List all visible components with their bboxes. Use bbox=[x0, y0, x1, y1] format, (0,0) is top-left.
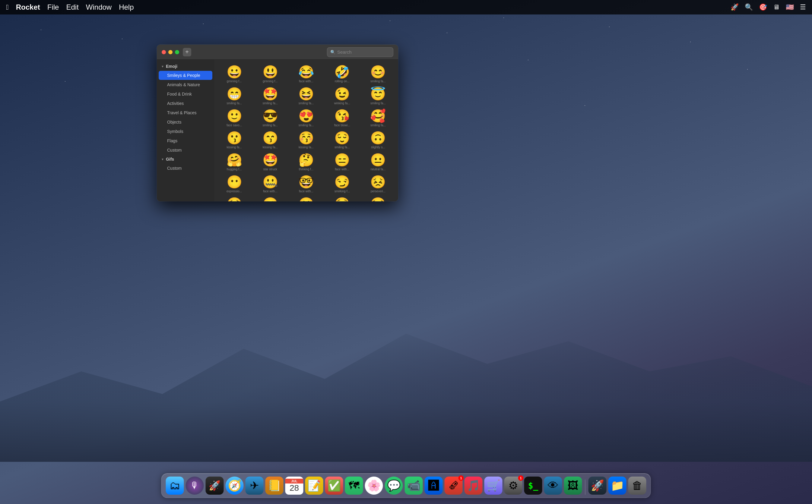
sidebar-item-symbols[interactable]: Symbols bbox=[159, 127, 212, 136]
emoji-cell-smiling-3[interactable]: 🤩 smiling fa... bbox=[252, 85, 288, 107]
emoji-cell-nerd[interactable]: 🤓 face with... bbox=[288, 173, 324, 195]
emoji-cell-smiling-1[interactable]: 😊 smiling fa... bbox=[360, 63, 396, 85]
control-center-icon[interactable]: ☰ bbox=[800, 3, 806, 11]
emoji-cell-grinning-1[interactable]: 😀 grinning f... bbox=[216, 63, 252, 85]
emoji-cell-smiling-4[interactable]: 😆 smiling fa... bbox=[288, 85, 324, 107]
emoji-cell-grinning-2[interactable]: 😃 grinning f... bbox=[252, 63, 288, 85]
dock-item-messages[interactable]: 💬 bbox=[385, 477, 403, 495]
emoji-cell-smiling-5[interactable]: 😇 smiling fa... bbox=[360, 85, 396, 107]
emoji-cell-rolling[interactable]: 🤣 rolling on... bbox=[324, 63, 360, 85]
dock-item-maps[interactable]: 🗺 bbox=[345, 477, 363, 495]
minimize-button[interactable] bbox=[168, 50, 172, 54]
dock-item-airmail[interactable]: ✈ bbox=[245, 477, 264, 495]
dock-item-notefile[interactable]: 📒 bbox=[265, 477, 283, 495]
emoji-cell-disappointed[interactable]: 😥 disappoin... bbox=[216, 195, 252, 201]
emoji-char: 😐 bbox=[370, 154, 386, 166]
emoji-cell-sunglasses[interactable]: 😎 smiling fa... bbox=[252, 107, 288, 129]
emoji-cell-face-tears[interactable]: 😂 face with... bbox=[288, 63, 324, 85]
emoji-cell-neutral[interactable]: 😐 neutral fa... bbox=[360, 151, 396, 173]
dock-item-music[interactable]: 🎵 bbox=[465, 477, 483, 495]
emoji-char: 🤗 bbox=[226, 154, 242, 166]
dock-item-preview[interactable]: 🖼 bbox=[564, 477, 582, 495]
sidebar-item-food-drink[interactable]: Food & Drink bbox=[159, 90, 212, 99]
emoji-label: smiling fa... bbox=[295, 124, 317, 127]
emoji-char: 😇 bbox=[370, 88, 386, 100]
sidebar-section-emoji[interactable]: ▼ Emoji bbox=[157, 62, 214, 71]
emoji-cell-hugging[interactable]: 🤗 hugging f... bbox=[216, 151, 252, 173]
sidebar-item-objects[interactable]: Objects bbox=[159, 118, 212, 127]
emoji-cell-kissing-2[interactable]: 😙 kissing fa... bbox=[252, 129, 288, 151]
menu-window[interactable]: Window bbox=[86, 3, 112, 11]
emoji-cell-smiling-2[interactable]: 😁 smiling fa... bbox=[216, 85, 252, 107]
emoji-cell-persevering[interactable]: 😣 perseveri... bbox=[360, 173, 396, 195]
emoji-cell-sleepy[interactable]: 😪 sleepy face bbox=[360, 195, 396, 201]
add-tab-button[interactable]: + bbox=[183, 48, 191, 56]
dock-item-appstore[interactable]: 🅰 bbox=[425, 477, 443, 495]
sidebar-item-custom-gifs[interactable]: Custom bbox=[159, 164, 212, 173]
dock-item-trash[interactable]: 🗑 bbox=[628, 477, 646, 495]
emoji-label: grinning f... bbox=[223, 80, 245, 83]
dock-item-terminal[interactable]: $_ bbox=[524, 477, 542, 495]
dock-item-finder[interactable]: 🗂 bbox=[166, 477, 184, 495]
emoji-label: neutral fa... bbox=[367, 168, 389, 171]
emoji-cell-hushed[interactable]: 😯 hushed fa... bbox=[324, 195, 360, 201]
background-stars bbox=[0, 14, 812, 317]
emoji-grid-area[interactable]: 😀 grinning f... 😃 grinning f... 😂 face w… bbox=[214, 60, 398, 201]
sidebar-item-smileys-people[interactable]: Smileys & People bbox=[159, 71, 212, 80]
search-bar[interactable]: 🔍 Search bbox=[327, 47, 393, 57]
dock-item-files[interactable]: 📁 bbox=[608, 477, 627, 495]
dock-item-siri[interactable]: 🎙 bbox=[186, 477, 204, 495]
display-menubar-icon[interactable]: 🖥 bbox=[773, 3, 780, 11]
sidebar-section-gifs[interactable]: ▼ Gifs bbox=[157, 155, 214, 163]
emoji-cell-zipper-m[interactable]: 🤐 zipper-m... bbox=[288, 195, 324, 201]
music-icon: 🎵 bbox=[467, 479, 480, 492]
emoji-cell-open-mouth[interactable]: 😮 face with... bbox=[252, 195, 288, 201]
emoji-cell-slightly-s[interactable]: 🙃 slightly s... bbox=[360, 129, 396, 151]
sidebar-item-flags[interactable]: Flags bbox=[159, 136, 212, 145]
menu-help[interactable]: Help bbox=[119, 3, 134, 11]
menu-edit[interactable]: Edit bbox=[66, 3, 78, 11]
search-menubar-icon[interactable]: 🔍 bbox=[745, 3, 753, 11]
dock-item-stickies[interactable]: 📝 bbox=[305, 477, 323, 495]
dock-item-news[interactable]: 🗞 1 bbox=[445, 477, 463, 495]
dock-item-photos[interactable]: 🌸 bbox=[365, 477, 383, 495]
emoji-cell-kissing-3[interactable]: 😚 kissing fa... bbox=[288, 129, 324, 151]
dock-item-facetime[interactable]: 📹 bbox=[405, 477, 423, 495]
emoji-cell-winking[interactable]: 😉 winking fa... bbox=[324, 85, 360, 107]
emoji-cell-slightly-smiling[interactable]: 🙂 face savo... bbox=[216, 107, 252, 129]
emoji-label: face blowi... bbox=[331, 124, 353, 127]
dock-item-reminders[interactable]: ✅ bbox=[325, 477, 343, 495]
dock-item-calendar[interactable]: JUL 28 bbox=[285, 477, 303, 495]
emoji-cell-zipper-mouth[interactable]: 🤐 face with... bbox=[252, 173, 288, 195]
emoji-cell-star-struck[interactable]: 🤩 star struck bbox=[252, 151, 288, 173]
dock-item-launchpad[interactable]: 🚀 bbox=[206, 477, 224, 495]
emoji-cell-expressionless[interactable]: 😑 face with... bbox=[324, 151, 360, 173]
dock-item-almighty[interactable]: 🛒 bbox=[485, 477, 503, 495]
emoji-cell-kissing-1[interactable]: 😗 kissing fa... bbox=[216, 129, 252, 151]
app-name[interactable]: Rocket bbox=[16, 3, 40, 11]
sidebar-item-travel-places[interactable]: Travel & Places bbox=[159, 108, 212, 117]
menu-file[interactable]: File bbox=[47, 3, 59, 11]
dock-item-safari[interactable]: 🧭 bbox=[226, 477, 244, 495]
emoji-cell-smirking[interactable]: 😏 smirking f... bbox=[324, 173, 360, 195]
dock-item-rocket[interactable]: 🚀 bbox=[589, 477, 607, 495]
flag-menubar-icon[interactable]: 🇺🇸 bbox=[786, 3, 794, 11]
dock-item-prefs[interactable]: ⚙ 1 bbox=[504, 477, 523, 495]
emoji-label: expressio... bbox=[223, 190, 245, 193]
emoji-cell-smiling-6[interactable]: 😌 smiling fa... bbox=[324, 129, 360, 151]
target-menubar-icon[interactable]: 🎯 bbox=[759, 3, 767, 11]
close-button[interactable] bbox=[162, 50, 166, 54]
emoji-label: rolling on... bbox=[331, 80, 353, 83]
sidebar-item-animals-nature[interactable]: Animals & Nature bbox=[159, 80, 212, 89]
emoji-cell-expression[interactable]: 😶 expressio... bbox=[216, 173, 252, 195]
maximize-button[interactable] bbox=[175, 50, 179, 54]
apple-menu[interactable]:  bbox=[6, 3, 9, 11]
sidebar-item-custom-emoji[interactable]: Custom bbox=[159, 146, 212, 155]
dock-item-eyetv[interactable]: 👁 bbox=[544, 477, 562, 495]
emoji-cell-thinking[interactable]: 🤔 thinking f... bbox=[288, 151, 324, 173]
emoji-cell-hearts[interactable]: 🥰 smiling fa... bbox=[360, 107, 396, 129]
rocket-menubar-icon[interactable]: 🚀 bbox=[731, 3, 739, 11]
sidebar-item-activities[interactable]: Activities bbox=[159, 99, 212, 108]
emoji-cell-heart-eyes[interactable]: 😍 smiling fa... bbox=[288, 107, 324, 129]
emoji-cell-kiss[interactable]: 😘 face blowi... bbox=[324, 107, 360, 129]
